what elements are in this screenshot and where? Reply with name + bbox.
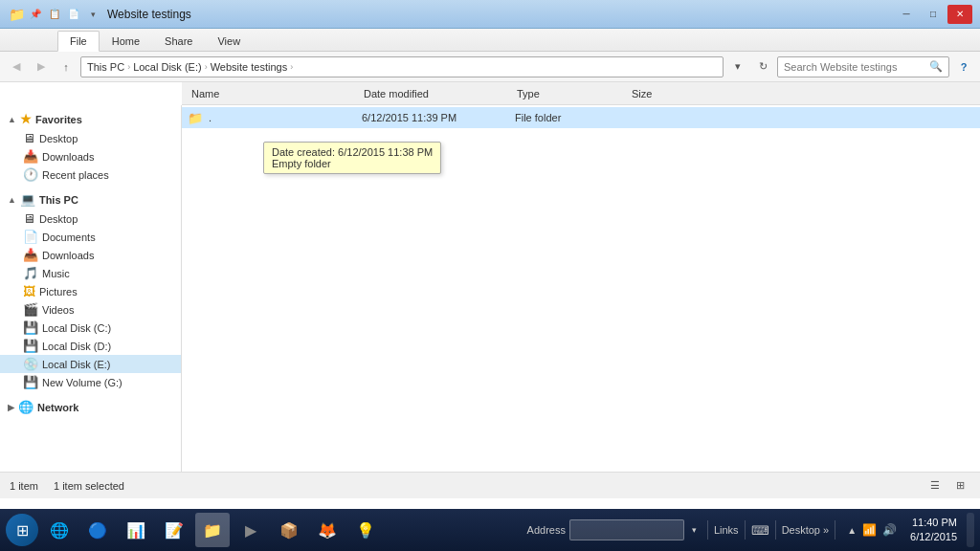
tray-divider2 [745,520,746,540]
favorites-header[interactable]: ▲ ★ Favorites [0,109,181,129]
tray-network-icon: 📶 [862,523,877,537]
excel-icon: 📊 [123,518,148,542]
system-clock[interactable]: 11:40 PM 6/12/2015 [906,516,961,545]
this-pc-arrow: ▲ [8,195,16,205]
file-folder-icon: 📁 [188,111,205,125]
sidebar-item-music[interactable]: 🎵 Music [0,264,181,282]
sidebar-item-desktop-pc[interactable]: 🖥 Desktop [0,209,181,228]
quick-access-dropdown[interactable]: ▾ [84,6,101,23]
this-pc-computer-icon: 💻 [20,192,35,207]
music-icon: 🎵 [23,266,38,280]
taskbar-notepad[interactable]: 📝 [157,513,191,547]
sidebar-item-recent-places[interactable]: 🕐 Recent places [0,165,181,184]
path-this-pc[interactable]: This PC [87,61,124,73]
view-tiles-btn[interactable]: ⊞ [949,476,970,496]
taskbar-address-dropdown[interactable]: ▾ [688,513,702,547]
taskbar-chrome[interactable]: 🔵 [80,513,115,547]
quick-access-paste[interactable]: 📄 [65,6,82,23]
show-desktop-btn[interactable] [967,513,974,547]
ribbon: File Home Share View [0,29,980,52]
taskbar-excel[interactable]: 📊 [119,513,153,547]
maximize-button[interactable]: □ [921,5,946,24]
sidebar-item-local-disk-c[interactable]: 💾 Local Disk (C:) [0,319,181,337]
sidebar-item-local-disk-d[interactable]: 💾 Local Disk (D:) [0,337,181,355]
up-button[interactable]: ↑ [56,56,77,77]
quick-access-pin[interactable]: 📌 [27,6,44,23]
local-disk-c-label: Local Disk (C:) [42,322,111,334]
sidebar-item-pictures[interactable]: 🖼 Pictures [0,282,181,300]
view-details-btn[interactable]: ☰ [924,476,946,496]
tray-divider4 [835,520,835,540]
search-box[interactable]: 🔍 [777,56,949,77]
taskbar-app7[interactable]: 📦 [272,513,306,547]
quick-access-copy[interactable]: 📋 [46,6,63,23]
taskbar-address-bar: Address ▾ [527,513,702,547]
file-type: File folder [515,112,630,123]
sidebar-item-desktop-fav[interactable]: 🖥 Desktop [0,129,181,147]
start-button[interactable]: ⊞ [6,514,38,546]
network-label: Network [37,402,78,413]
pictures-icon: 🖼 [23,284,35,298]
folder-icon-title: 📁 [8,6,25,23]
minimize-button[interactable]: ─ [894,5,919,24]
help-button[interactable]: ? [953,56,974,77]
path-website-testings[interactable]: Website testings [211,61,288,73]
tab-share[interactable]: Share [152,31,205,51]
col-header-size[interactable]: Size [628,88,704,99]
taskbar-terminal[interactable]: ▶ [234,513,268,547]
window-title: Website testings [107,8,191,21]
dropdown-button[interactable]: ▾ [727,56,748,77]
status-selected-count: 1 item selected [54,480,124,492]
videos-icon: 🎬 [23,302,38,317]
sidebar-item-new-volume-g[interactable]: 💾 New Volume (G:) [0,373,181,391]
address-path[interactable]: This PC › Local Disk (E:) › Website test… [80,56,724,77]
taskbar-app9[interactable]: 💡 [348,513,383,547]
close-button[interactable]: ✕ [947,5,972,24]
local-disk-e-label: Local Disk (E:) [42,359,111,370]
sidebar-item-videos[interactable]: 🎬 Videos [0,300,181,319]
status-right: ☰ ⊞ [924,476,970,496]
tray-divider1 [707,520,708,540]
clock-time: 11:40 PM [910,516,957,530]
taskbar-ie[interactable]: 🌐 [42,513,77,547]
col-header-type[interactable]: Type [513,88,628,99]
new-volume-g-label: New Volume (G:) [42,377,122,388]
back-button[interactable]: ◀ [6,56,27,77]
file-row-dot[interactable]: 📁 . 6/12/2015 11:39 PM File folder [182,107,980,128]
documents-icon: 📄 [23,230,38,244]
favorites-label: Favorites [35,114,82,125]
tab-view[interactable]: View [205,31,253,51]
local-disk-d-label: Local Disk (D:) [42,341,111,352]
ie-icon: 🌐 [47,518,72,542]
tray-arrow[interactable]: ▲ [847,525,857,536]
network-header[interactable]: ▶ 🌐 Network [0,397,181,417]
sidebar-item-downloads-pc[interactable]: 📥 Downloads [0,246,181,264]
this-pc-header[interactable]: ▲ 💻 This PC [0,189,181,209]
app9-icon: 💡 [353,518,378,542]
sidebar: ▲ ★ Favorites 🖥 Desktop 📥 Downloads 🕐 Re… [0,105,182,472]
search-input[interactable] [784,61,925,73]
taskbar-address-input[interactable] [569,519,684,540]
title-bar-left: 📁 📌 📋 📄 ▾ Website testings [8,6,191,23]
pictures-label: Pictures [39,286,78,298]
forward-button[interactable]: ▶ [31,56,52,77]
tooltip: Date created: 6/12/2015 11:38 PM Empty f… [263,142,441,174]
path-local-disk[interactable]: Local Disk (E:) [133,61,202,73]
sidebar-item-documents[interactable]: 📄 Documents [0,228,181,246]
network-arrow: ▶ [8,403,14,412]
sidebar-item-local-disk-e[interactable]: 💿 Local Disk (E:) [0,355,181,373]
path-arrow-2: › [205,62,208,72]
col-header-name[interactable]: Name [188,88,360,99]
refresh-button[interactable]: ↻ [752,56,773,77]
sidebar-item-downloads-fav[interactable]: 📥 Downloads [0,147,181,165]
tab-file[interactable]: File [57,31,100,52]
status-item-count: 1 item [10,480,38,492]
links-label: Links [714,524,739,536]
taskbar-firefox[interactable]: 🦊 [310,513,345,547]
firefox-icon: 🦊 [315,518,340,542]
taskbar: ⊞ 🌐 🔵 📊 📝 📁 ▶ 📦 🦊 💡 Address ▾ Links ⌨ De… [0,509,980,551]
address-label: Address [527,524,566,536]
tab-home[interactable]: Home [100,31,152,51]
col-header-date[interactable]: Date modified [360,88,513,99]
taskbar-explorer[interactable]: 📁 [195,513,230,547]
